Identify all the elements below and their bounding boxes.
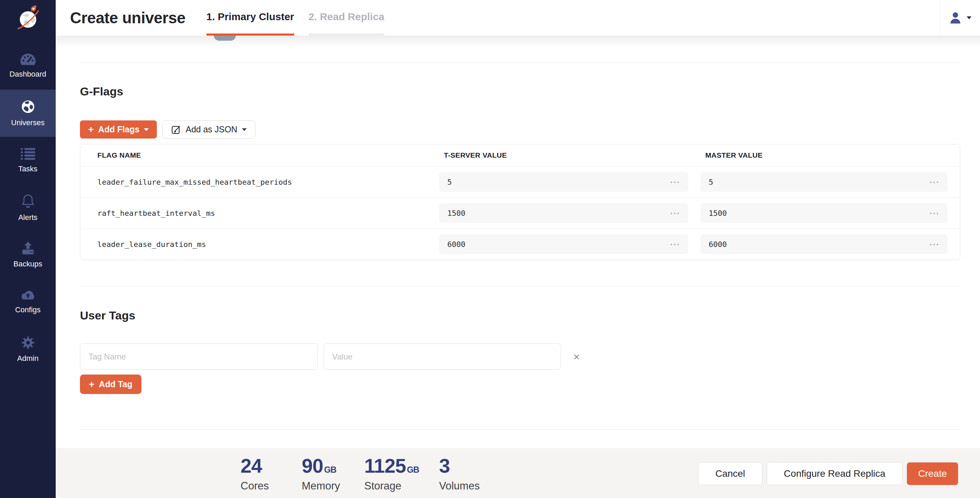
configure-read-replica-button[interactable]: Configure Read Replica [767, 463, 902, 485]
stat-label: Volumes [439, 480, 480, 492]
sidebar-item-label: Configs [15, 305, 41, 314]
master-value-field[interactable]: 1500 ⋯ [700, 203, 948, 223]
plus-icon: + [88, 125, 94, 134]
tserver-value-field[interactable]: 6000 ⋯ [439, 234, 688, 254]
tab-read-replica[interactable]: 2. Read Replica [309, 0, 384, 35]
summary-footer: 24 Cores 90GB Memory 1125GB Storage 3 Vo… [56, 448, 980, 498]
column-header-master-value: MASTER VALUE [700, 151, 960, 160]
gear-icon [21, 335, 35, 350]
gflags-heading: G-Flags [80, 85, 123, 98]
column-header-flag-name: FLAG NAME [80, 151, 439, 160]
tag-name-input[interactable] [80, 343, 317, 370]
bell-icon [21, 193, 35, 209]
create-button[interactable]: Create [907, 463, 958, 485]
stat-unit: GB [324, 465, 337, 474]
user-icon [948, 11, 963, 25]
sidebar-item-configs[interactable]: Configs [0, 278, 56, 326]
tserver-value: 5 [447, 178, 452, 187]
stat-cores: 24 Cores [240, 456, 269, 492]
app-logo[interactable] [0, 0, 56, 38]
sidebar-item-backups[interactable]: Backups [0, 231, 56, 278]
stat-label: Cores [240, 480, 269, 492]
stat-label: Memory [302, 480, 340, 492]
header-scroll-shadow [56, 35, 980, 47]
page-header: Create universe 1. Primary Cluster 2. Re… [56, 0, 980, 35]
rocket-globe-logo-icon [17, 4, 39, 31]
section-divider [80, 286, 960, 286]
gflags-toolbar: + Add Flags Add as JSON [80, 120, 255, 139]
user-tags-heading: User Tags [80, 309, 135, 322]
stat-memory: 90GB Memory [302, 456, 340, 492]
tserver-value-field[interactable]: 5 ⋯ [439, 172, 688, 192]
plus-icon: + [89, 380, 94, 389]
master-value: 1500 [709, 209, 727, 217]
master-value: 6000 [709, 240, 727, 249]
list-icon [21, 147, 35, 160]
table-row: raft_heartbeat_interval_ms 1500 ⋯ 1500 ⋯ [80, 197, 960, 228]
caret-down-icon [144, 128, 149, 131]
table-row: leader_failure_max_missed_heartbeat_peri… [80, 166, 960, 197]
sidebar-item-dashboard[interactable]: Dashboard [0, 42, 56, 89]
section-divider [80, 62, 960, 63]
sidebar: Dashboard Universes Tasks [0, 0, 56, 498]
upload-tray-icon [21, 241, 35, 255]
sidebar-item-label: Backups [13, 260, 42, 268]
table-row: leader_lease_duration_ms 6000 ⋯ 6000 ⋯ [80, 228, 960, 260]
chevron-down-icon [967, 16, 972, 19]
tab-primary-cluster[interactable]: 1. Primary Cluster [207, 0, 294, 35]
master-value-field[interactable]: 6000 ⋯ [700, 234, 948, 254]
flag-name: leader_lease_duration_ms [80, 240, 439, 249]
create-universe-page: Dashboard Universes Tasks [0, 0, 980, 498]
add-flags-label: Add Flags [98, 124, 139, 134]
stat-storage: 1125GB Storage [364, 456, 419, 492]
add-as-json-button[interactable]: Add as JSON [162, 120, 255, 139]
stat-value: 1125 [364, 455, 406, 477]
globe-icon [21, 99, 35, 114]
sidebar-item-label: Tasks [18, 164, 37, 173]
sidebar-item-alerts[interactable]: Alerts [0, 184, 56, 231]
flag-name: leader_failure_max_missed_heartbeat_peri… [80, 178, 439, 187]
section-divider [80, 429, 960, 429]
cloud-upload-icon [20, 290, 36, 301]
gflags-table: FLAG NAME T-SERVER VALUE MASTER VALUE le… [80, 144, 960, 260]
sidebar-item-tasks[interactable]: Tasks [0, 137, 56, 184]
sidebar-nav: Dashboard Universes Tasks [0, 42, 56, 373]
add-tag-label: Add Tag [99, 379, 132, 389]
sidebar-item-admin[interactable]: Admin [0, 326, 56, 373]
footer-actions: Cancel Configure Read Replica Create [698, 463, 958, 485]
sidebar-item-label: Admin [17, 354, 38, 363]
add-tag-button[interactable]: + Add Tag [80, 375, 142, 394]
stat-value: 3 [439, 455, 450, 477]
account-menu[interactable] [939, 0, 980, 35]
scrolled-toggle-peek [214, 35, 236, 41]
flag-name: raft_heartbeat_interval_ms [80, 209, 439, 217]
sidebar-item-label: Dashboard [10, 70, 46, 79]
stat-label: Storage [364, 480, 419, 492]
stat-value: 90 [302, 455, 323, 477]
gflags-table-header: FLAG NAME T-SERVER VALUE MASTER VALUE [80, 144, 960, 166]
master-value-field[interactable]: 5 ⋯ [700, 172, 948, 192]
tag-value-input[interactable] [324, 343, 561, 370]
user-tag-row: × [80, 343, 580, 370]
stat-value: 24 [240, 455, 262, 477]
caret-down-icon [242, 128, 247, 131]
sidebar-item-label: Universes [11, 118, 45, 127]
sidebar-item-universes[interactable]: Universes [0, 89, 56, 137]
speedometer-icon [20, 53, 36, 65]
tserver-value: 1500 [447, 209, 465, 217]
master-value: 5 [709, 178, 713, 187]
tserver-value: 6000 [447, 240, 465, 249]
page-title: Create universe [70, 8, 186, 27]
add-as-json-label: Add as JSON [186, 124, 237, 134]
wizard-tabs: 1. Primary Cluster 2. Read Replica [207, 0, 384, 35]
sidebar-item-label: Alerts [18, 213, 37, 222]
cancel-button[interactable]: Cancel [698, 463, 762, 485]
column-header-tserver-value: T-SERVER VALUE [439, 151, 700, 160]
tserver-value-field[interactable]: 1500 ⋯ [439, 203, 688, 223]
edit-pencil-icon [171, 124, 181, 135]
stat-volumes: 3 Volumes [439, 456, 480, 492]
remove-tag-icon[interactable]: × [573, 351, 580, 362]
stat-unit: GB [407, 465, 419, 474]
add-flags-button[interactable]: + Add Flags [80, 120, 157, 139]
